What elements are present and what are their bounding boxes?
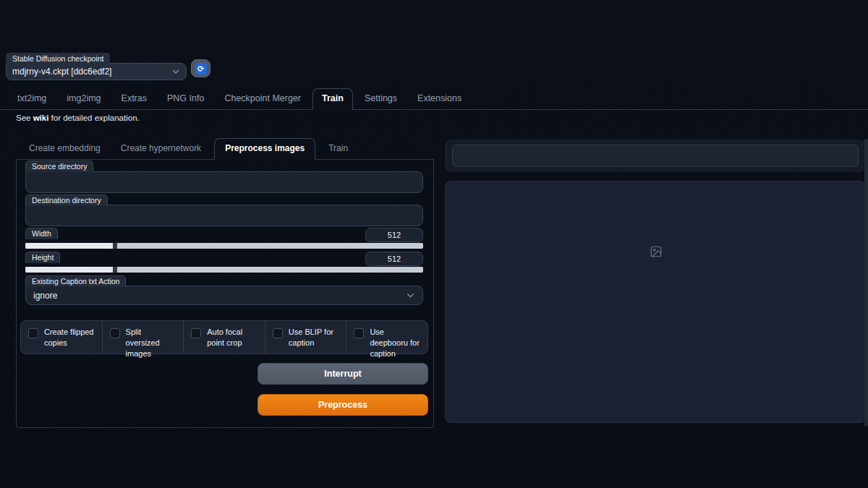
result-gallery[interactable] [445, 181, 866, 423]
output-textbox[interactable] [452, 145, 859, 167]
output-panel [445, 140, 866, 172]
preprocess-button[interactable]: Preprocess [258, 394, 428, 416]
refresh-checkpoint-button[interactable]: ⟳ [191, 59, 210, 77]
tab-extensions[interactable]: Extensions [416, 89, 463, 109]
subtab-train[interactable]: Train [326, 139, 351, 159]
tab-txt2img[interactable]: txt2img [16, 89, 48, 109]
option-auto-focal-point-crop[interactable]: Auto focal point crop [184, 321, 265, 354]
subtab-preprocess-images[interactable]: Preprocess images [214, 138, 315, 160]
destination-directory-label: Destination directory [25, 194, 108, 206]
checkbox-icon[interactable] [191, 328, 201, 338]
caption-action-label: Existing Caption txt Action [25, 275, 126, 287]
tab-img2img[interactable]: img2img [65, 89, 102, 109]
tab-extras[interactable]: Extras [120, 89, 148, 109]
wiki-note-suffix: for detailed explanation. [48, 114, 139, 122]
image-placeholder-icon [650, 245, 663, 258]
width-number-input[interactable]: 512 [365, 228, 423, 242]
checkpoint-dropdown[interactable]: mdjrny-v4.ckpt [ddc6edf2] [6, 63, 187, 80]
chevron-down-icon [406, 291, 415, 300]
wiki-note: See wiki for detailed explanation. [16, 114, 140, 122]
checkpoint-label: Stable Diffusion checkpoint [6, 53, 110, 64]
destination-directory-input[interactable] [25, 205, 423, 226]
checkbox-icon[interactable] [354, 328, 364, 338]
preprocess-form: Source directory Destination directory W… [16, 160, 434, 428]
height-slider-fill [25, 267, 115, 273]
sd-webui-page: { "colors": { "accent_orange": "#e8770f"… [0, 0, 868, 488]
chevron-down-icon [171, 67, 180, 76]
height-label: Height [25, 252, 60, 263]
interrupt-button[interactable]: Interrupt [258, 363, 428, 385]
preprocess-options-group: Create flipped copies Split oversized im… [20, 320, 428, 354]
width-slider-fill [25, 243, 115, 249]
source-directory-input[interactable] [25, 171, 423, 193]
tab-train[interactable]: Train [312, 88, 353, 110]
width-label: Width [25, 228, 58, 239]
tab-png-info[interactable]: PNG Info [166, 89, 205, 109]
tab-checkpoint-merger[interactable]: Checkpoint Merger [223, 89, 302, 109]
option-create-flipped-copies[interactable]: Create flipped copies [21, 321, 103, 354]
height-slider[interactable] [25, 267, 423, 273]
height-number-input[interactable]: 512 [365, 252, 423, 266]
caption-action-value: ignore [33, 291, 57, 301]
tab-settings[interactable]: Settings [363, 89, 399, 109]
train-subtabbar: Create embedding Create hypernetwork Pre… [16, 139, 434, 160]
refresh-icon: ⟳ [195, 63, 207, 74]
subtab-create-hypernetwork[interactable]: Create hypernetwork [118, 139, 204, 159]
subtab-create-embedding[interactable]: Create embedding [26, 139, 103, 159]
source-directory-label: Source directory [25, 160, 93, 172]
width-slider-thumb[interactable] [113, 243, 117, 249]
scrollbar[interactable] [864, 139, 868, 427]
wiki-link[interactable]: wiki [33, 114, 49, 122]
option-use-blip-for-caption[interactable]: Use BLIP for caption [265, 321, 347, 354]
width-slider[interactable] [25, 243, 423, 249]
checkpoint-value: mdjrny-v4.ckpt [ddc6edf2] [12, 67, 111, 77]
checkbox-icon[interactable] [28, 328, 38, 338]
checkbox-icon[interactable] [110, 328, 120, 338]
checkbox-icon[interactable] [273, 328, 283, 338]
wiki-note-prefix: See [16, 114, 33, 122]
option-split-oversized-images[interactable]: Split oversized images [103, 321, 184, 354]
height-slider-thumb[interactable] [113, 267, 117, 273]
option-use-deepbooru-for-caption[interactable]: Use deepbooru for caption [346, 321, 427, 354]
main-tabbar: txt2img img2img Extras PNG Info Checkpoi… [0, 90, 868, 110]
caption-action-dropdown[interactable]: ignore [25, 286, 423, 305]
